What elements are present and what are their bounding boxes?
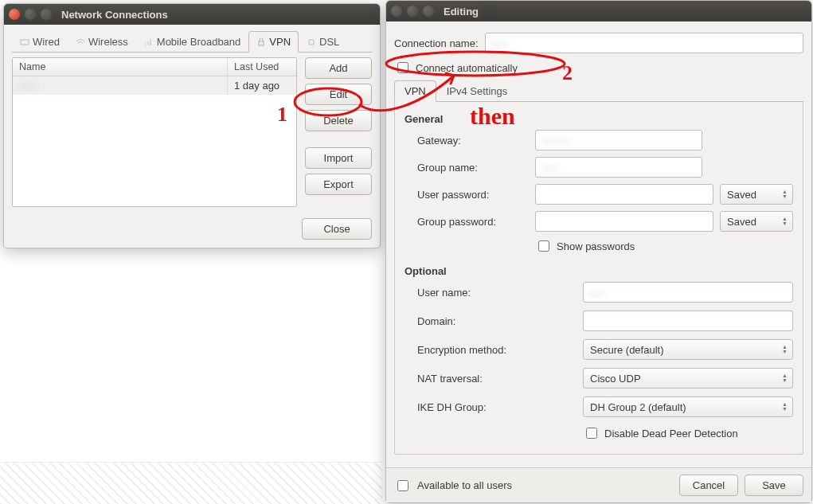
avail-all-checkbox[interactable] [397,480,408,491]
connection-type-tabs: Wired Wireless Mobile Broadband VPN DSL [12,31,372,53]
table-header: Name Last Used [13,58,296,76]
svg-rect-1 [259,41,264,45]
nat-label: NAT traversal: [417,373,577,385]
delete-button[interactable]: Delete [305,110,372,131]
avail-all-label: Available to all users [417,479,512,491]
vpn-settings-frame: General Gateway: Group name: User passwo… [394,102,803,455]
col-name[interactable]: Name [13,58,228,76]
window-title: Editing ······ [444,6,498,18]
optional-heading: Optional [405,265,793,277]
plug-icon [307,37,316,47]
wifi-icon [76,37,85,47]
user-name-label: User name: [417,287,577,299]
enc-combo[interactable]: Secure (default)▲▼ [583,339,793,360]
dpd-checkbox[interactable] [586,428,597,439]
edit-button[interactable]: Edit [305,84,372,105]
cancel-button[interactable]: Cancel [679,475,738,496]
minimize-icon[interactable] [407,6,418,17]
connect-auto-checkbox[interactable] [397,62,408,73]
add-button[interactable]: Add [305,57,372,79]
action-buttons: Add Edit Delete Import Export [305,57,372,207]
tab-vpn[interactable]: VPN [394,80,436,102]
tab-label: Wireless [88,36,128,48]
titlebar[interactable]: Editing ······ [386,1,811,21]
user-pw-input[interactable] [535,184,713,205]
gateway-input[interactable] [535,130,702,150]
conn-name-cell: ······ [13,76,228,95]
tab-label: VPN [269,36,291,48]
tab-vpn[interactable]: VPN [248,31,299,53]
ike-combo[interactable]: DH Group 2 (default)▲▼ [583,397,793,417]
gateway-label: Gateway: [417,135,529,147]
tab-wired[interactable]: Wired [12,31,68,52]
maximize-icon[interactable] [423,6,434,17]
tab-label: Wired [33,36,60,48]
conn-name-label: Connection name: [394,37,479,49]
col-last-used[interactable]: Last Used [228,58,296,76]
dialog-footer: Available to all users Cancel Save [386,467,811,502]
svg-rect-0 [21,40,29,45]
import-button[interactable]: Import [305,147,372,169]
ike-label: IKE DH Group: [417,401,577,413]
group-name-label: Group name: [417,162,529,174]
show-pw-label: Show passwords [557,240,635,252]
domain-label: Domain: [417,315,577,327]
export-button[interactable]: Export [305,174,372,195]
group-pw-input[interactable] [535,211,713,232]
dpd-label: Disable Dead Peer Detection [604,428,738,440]
group-pw-label: Group password: [417,216,529,228]
save-button[interactable]: Save [745,475,803,496]
general-heading: General [405,113,793,125]
close-icon[interactable] [9,9,20,20]
close-icon[interactable] [391,6,402,17]
network-connections-window: Network Connections Wired Wireless Mobil… [3,3,381,248]
enc-label: Encryption method: [417,344,577,356]
nat-combo[interactable]: Cisco UDP▲▼ [583,368,793,389]
titlebar[interactable]: Network Connections [4,4,380,25]
conn-name-input[interactable] [485,33,803,53]
close-button[interactable]: Close [302,218,372,240]
maximize-icon[interactable] [41,9,52,20]
tab-label: DSL [319,36,339,48]
tab-dsl[interactable]: DSL [299,31,347,52]
signal-icon [144,37,154,47]
user-pw-label: User password: [417,189,529,201]
conn-last-cell: 1 day ago [228,76,296,95]
user-pw-mode-combo[interactable]: Saved▲▼ [720,184,793,205]
user-name-input[interactable] [583,282,793,303]
editing-window: Editing ······ Connection name: Connect … [385,0,812,503]
wired-icon [20,37,29,47]
lock-icon [256,37,266,47]
desktop-hatch [0,462,382,504]
table-row[interactable]: ······ 1 day ago [13,76,296,95]
tab-label: Mobile Broadband [157,36,241,48]
minimize-icon[interactable] [25,9,36,20]
window-title: Network Connections [61,9,168,21]
tab-wireless[interactable]: Wireless [68,31,136,52]
connections-table[interactable]: Name Last Used ······ 1 day ago [12,57,297,207]
show-pw-checkbox[interactable] [538,240,549,252]
group-name-input[interactable] [535,157,702,178]
edited-name: ······ [482,6,499,18]
tab-ipv4[interactable]: IPv4 Settings [436,80,518,101]
vpn-settings-tabs: VPN IPv4 Settings [394,80,803,102]
group-pw-mode-combo[interactable]: Saved▲▼ [720,211,793,232]
domain-input[interactable] [583,311,793,331]
connect-auto-label: Connect automatically [416,62,518,74]
tab-mobile[interactable]: Mobile Broadband [136,31,249,52]
